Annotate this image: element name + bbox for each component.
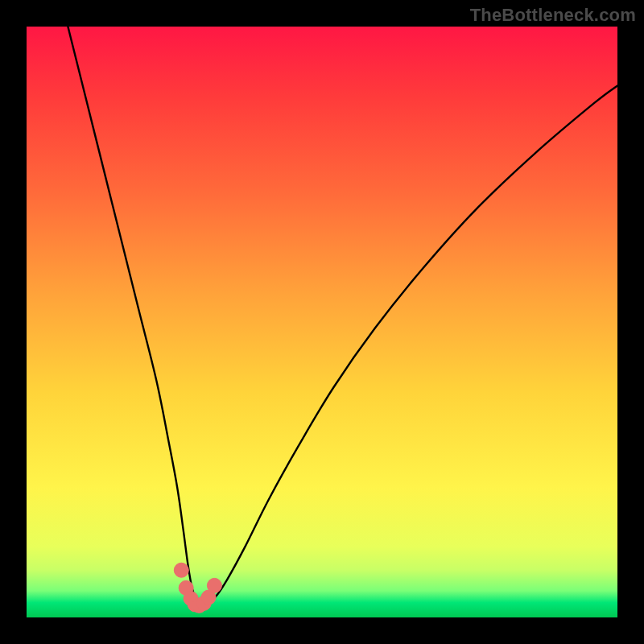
curve-layer: [27, 27, 617, 617]
chart-frame: TheBottleneck.com: [0, 0, 644, 644]
curve-marker: [174, 563, 188, 577]
watermark-text: TheBottleneck.com: [470, 5, 636, 26]
bottleneck-curve: [68, 27, 617, 606]
curve-bottom-markers: [174, 563, 221, 613]
plot-area: [27, 27, 617, 617]
curve-marker: [207, 578, 221, 592]
